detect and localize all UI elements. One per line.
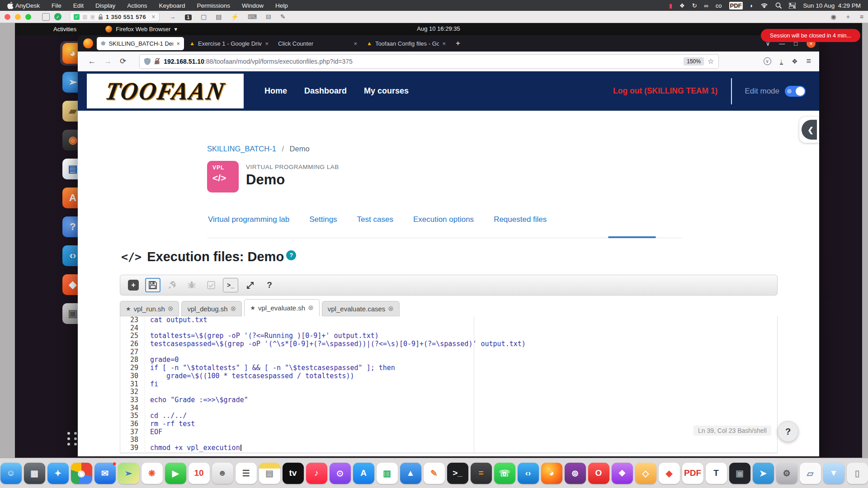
macos-dock-item[interactable]: ♪ [306,463,327,484]
window-close-button[interactable] [5,14,10,20]
url-bar[interactable]: 192.168.51.10:88/toofaan/mod/vpl/forms/e… [139,54,719,69]
nav-link[interactable]: Home [264,86,287,96]
macos-dock-item[interactable]: ▼ [823,463,844,484]
menubar-menu-item[interactable]: Actions [127,2,147,9]
anydesk-toolbar-button[interactable]: ✎ [280,13,286,21]
run-button[interactable] [165,278,180,292]
macos-dock-item[interactable]: = [471,463,492,484]
menubar-menu-item[interactable]: Display [95,2,115,9]
macos-dock-item[interactable]: ⊙ [330,463,351,484]
edit-mode-toggle[interactable] [785,86,806,97]
toofaan-logo[interactable]: TOOFAAN [87,74,244,108]
floating-help-button[interactable]: ? [778,421,798,442]
macos-dock-item[interactable]: ‹› [518,463,539,484]
macos-dock-item[interactable]: ✉ • [94,463,116,484]
menubar-menu-item[interactable]: Help [275,2,288,9]
tab-close-icon[interactable]: × [265,40,269,47]
macos-dock-item[interactable]: ◆ [659,463,680,484]
status-icon[interactable]: ▮ [669,2,672,9]
anydesk-toolbar-button[interactable]: ⚡ [231,13,239,21]
status-icon[interactable]: ❖ [679,2,685,9]
ubuntu-clock[interactable]: Aug 10 16:29:35 [417,25,460,32]
toolbar-help-button[interactable]: ? [262,278,277,292]
file-tab-close-icon[interactable]: ⊗ [308,304,314,312]
app-menu-icon[interactable]: ≡ [806,56,811,66]
code-line[interactable]: 26 testcasespassed=\$(grep -oP '(^\s*[0-… [120,340,777,348]
downloads-icon[interactable]: ↓ [780,58,783,65]
anydesk-toolbar-button[interactable]: ⌨ [248,13,257,21]
tab-close-icon[interactable]: × [442,40,446,47]
macos-dock-item[interactable]: ▥ [377,463,398,484]
macos-dock-item[interactable]: T [706,463,727,484]
code-line[interactable]: 24 [120,324,777,333]
status-icon[interactable]: co [716,2,722,9]
code-editor[interactable]: 23 cat output.txt 24 25 totaltests=\$(gr… [120,316,778,453]
debug-button[interactable] [184,278,199,292]
code-line[interactable]: 38 [120,436,777,444]
status-icon[interactable]: ◗ [750,2,754,9]
macos-dock-item[interactable]: A [353,463,374,484]
tab-close-icon[interactable]: × [354,40,357,47]
macos-dock-item[interactable]: ▶ [165,463,186,484]
macos-dock-item[interactable]: ◕ [541,463,562,484]
nav-link[interactable]: My courses [364,86,409,96]
file-tab-close-icon[interactable]: ⊗ [388,305,394,313]
reload-button[interactable]: ⟳ [120,56,126,66]
app-menu[interactable]: Firefox Web Browser ▾ [105,26,177,33]
browser-tab[interactable]: ▲ Exercise 1 - Google Drive × [185,37,273,50]
browser-tab[interactable]: ⬟ SKILLING_BATCH-1 Demo × [97,37,184,50]
extensions-icon[interactable]: ❖ [792,57,797,66]
anydesk-toolbar-button[interactable]: ≡ [860,13,863,21]
menubar-menu-item[interactable]: Keyboard [159,2,185,9]
window-minimize-button[interactable] [15,14,21,20]
nav-link[interactable]: Dashboard [304,86,347,96]
macos-dock-item[interactable]: ▯ [847,463,868,484]
macos-dock-item[interactable]: ▱ [800,463,821,484]
code-line[interactable]: 33 echo "Grade :=>>\$grade" [120,396,777,404]
macos-dock-item[interactable]: ☰ [236,463,257,484]
anydesk-toolbar-button[interactable]: ⊟ [266,13,271,21]
macos-dock-item[interactable]: ☻ [212,463,233,484]
new-tab-button[interactable]: + [456,39,460,48]
new-file-button[interactable]: + [126,278,141,292]
file-tab[interactable]: vpl_evaluate.cases ⊗ [322,301,400,316]
menubar-clock[interactable]: Sun 10 Aug 4:29 PM [803,2,861,9]
macos-dock-item[interactable]: ☏ [494,463,515,484]
macos-dock-item[interactable]: ➢ [118,463,139,484]
macos-dock-item[interactable]: ☺ [0,463,22,484]
menubar-menu-item[interactable]: Edit [73,2,84,9]
macos-dock-item[interactable]: PDF [682,463,703,484]
macos-dock-item[interactable]: O [588,463,609,484]
breadcrumb-course-link[interactable]: SKILLING_BATCH-1 [207,145,276,153]
macos-dock-item[interactable]: ▦ [24,463,45,484]
macos-dock-item[interactable]: >_ [447,463,468,484]
back-button[interactable]: ← [88,57,96,66]
insecure-lock-icon[interactable] [154,58,160,65]
macos-dock-item[interactable]: ➤ [753,463,774,484]
file-tab[interactable]: vpl_debug.sh ⊗ [181,301,242,316]
status-icon[interactable]: ∞ [704,2,708,9]
code-line[interactable]: 29 if [ -n "\$totaltests" ] && [ -n "\$t… [120,364,777,372]
page-tab-link[interactable]: Virtual programming lab [208,215,289,224]
page-tab-link[interactable]: Execution options [413,215,474,224]
session-close-icon[interactable]: × [151,13,155,20]
macos-dock-item[interactable]: 10 [189,463,210,484]
logout-link[interactable]: Log out (SKILLING TEAM 1) [613,86,717,96]
window-zoom-button[interactable] [25,14,31,20]
fullscreen-button[interactable] [242,278,258,292]
apple-logo-icon[interactable] [7,2,14,9]
url-text[interactable]: 192.168.51.10:88/toofaan/mod/vpl/forms/e… [164,58,680,65]
anydesk-toolbar-button[interactable]: ▢ [201,13,207,21]
forward-button[interactable]: → [104,57,112,66]
activities-button[interactable]: Activities [53,26,76,33]
macos-dock-item[interactable]: ◇ [635,463,656,484]
page-tab-link[interactable]: Requested files [494,215,547,224]
code-line[interactable]: 23 cat output.txt [120,316,777,324]
code-line[interactable]: 36 rm -rf test [120,420,777,428]
session-notification[interactable]: Session will be closed in 4 min... [761,29,860,42]
code-line[interactable]: 27 [120,348,777,357]
menubar-menu-item[interactable]: File [52,2,61,9]
browser-tab[interactable]: ▲ Toofaan Config files - Go × [363,37,450,50]
console-button[interactable]: >_ [223,278,238,292]
wifi-icon[interactable] [760,3,768,9]
